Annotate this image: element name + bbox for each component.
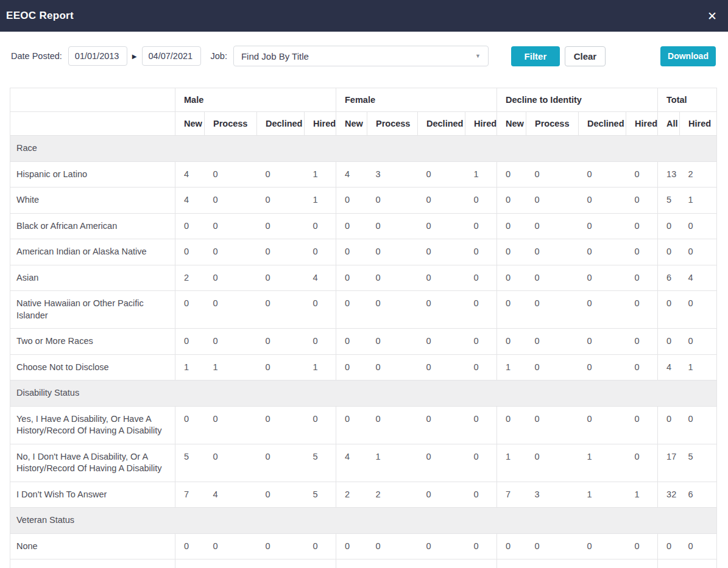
download-button[interactable]: Download (660, 46, 716, 66)
table-row: Two or More Races00000000000000 (10, 329, 717, 355)
cell-value: 5 (680, 444, 717, 482)
cell-value: 0 (497, 213, 526, 239)
cell-value: 0 (526, 559, 579, 568)
row-label: Choose Not to Disclose (10, 354, 175, 380)
cell-value: 1 (465, 161, 497, 188)
cell-value: 0 (205, 239, 257, 265)
cell-value: 0 (626, 354, 658, 380)
cell-value: 17 (658, 444, 680, 482)
job-title-dropdown[interactable]: Find Job By Title ▼ (233, 46, 489, 66)
cell-value: 1 (680, 354, 717, 380)
cell-value: 0 (175, 329, 205, 355)
cell-value: 0 (257, 265, 305, 291)
cell-value: 0 (497, 559, 526, 568)
cell-value: 0 (257, 291, 305, 329)
cell-value: 0 (626, 406, 658, 444)
row-label: White (10, 188, 175, 214)
cell-value: 0 (526, 188, 579, 214)
cell-value: 0 (626, 291, 658, 329)
col-header: Process (205, 112, 257, 136)
cell-value: 1 (579, 444, 626, 482)
cell-value: 1 (305, 354, 336, 380)
row-label: Asian (10, 265, 175, 291)
date-posted-label: Date Posted: (11, 51, 62, 61)
col-header: New (336, 112, 367, 136)
cell-value: 0 (465, 444, 497, 482)
cell-value: 0 (418, 482, 465, 508)
cell-value: 1 (579, 482, 626, 508)
cell-value: 0 (257, 444, 305, 482)
cell-value: 0 (680, 406, 717, 444)
section-header-row: Race (10, 136, 717, 162)
cell-value: 0 (336, 265, 367, 291)
cell-value: 0 (526, 329, 579, 355)
cell-value: 0 (175, 406, 205, 444)
cell-value: 6 (658, 265, 680, 291)
cell-value: 4 (205, 482, 257, 508)
cell-value: 4 (336, 161, 367, 188)
cell-value: 0 (367, 354, 418, 380)
cell-value: 0 (526, 265, 579, 291)
cell-value: 0 (205, 291, 257, 329)
cell-value: 0 (465, 329, 497, 355)
cell-value: 0 (626, 239, 658, 265)
cell-value: 0 (257, 406, 305, 444)
cell-value: 0 (526, 161, 579, 188)
cell-value: 1 (305, 188, 336, 214)
cell-value: 0 (257, 239, 305, 265)
cell-value: 0 (526, 239, 579, 265)
cell-value: 0 (579, 239, 626, 265)
cell-value: 0 (579, 161, 626, 188)
cell-value: 0 (205, 406, 257, 444)
cell-value: 0 (497, 265, 526, 291)
cell-value: 0 (367, 291, 418, 329)
table-row: White40010000000051 (10, 188, 717, 214)
filter-button[interactable]: Filter (511, 46, 560, 66)
col-header: Declined (579, 112, 626, 136)
date-to-input[interactable] (142, 46, 201, 66)
cell-value: 1 (497, 354, 526, 380)
cell-value: 0 (497, 161, 526, 188)
cell-value: 0 (497, 329, 526, 355)
cell-value: 0 (367, 406, 418, 444)
col-header: All (658, 112, 680, 136)
clear-button[interactable]: Clear (565, 46, 606, 66)
cell-value: 6 (680, 482, 717, 508)
cell-value: 1 (680, 559, 717, 568)
table-row: Choose Not to Disclose11010000100041 (10, 354, 717, 380)
cell-value: 1 (205, 354, 257, 380)
cell-value: 0 (336, 533, 367, 559)
table-row: Native Hawaiian or Other Pacific Islande… (10, 291, 717, 329)
cell-value: 0 (336, 188, 367, 214)
cell-value: 0 (336, 213, 367, 239)
cell-value: 2 (336, 482, 367, 508)
cell-value: 32 (658, 482, 680, 508)
cell-value: 0 (367, 329, 418, 355)
empty-corner-cell (10, 112, 175, 136)
cell-value: 0 (205, 161, 257, 188)
cell-value: 0 (626, 213, 658, 239)
cell-value: 0 (257, 161, 305, 188)
cell-value: 2 (367, 482, 418, 508)
cell-value: 0 (367, 533, 418, 559)
cell-value: 0 (418, 161, 465, 188)
cell-value: 0 (367, 213, 418, 239)
cell-value: 3 (526, 482, 579, 508)
cell-value: 0 (497, 533, 526, 559)
table-row: Black or African American00000000000000 (10, 213, 717, 239)
close-icon[interactable]: ✕ (707, 10, 717, 22)
cell-value: 4 (175, 161, 205, 188)
cell-value: 0 (680, 213, 717, 239)
cell-value: 5 (305, 482, 336, 508)
cell-value: 0 (257, 188, 305, 214)
date-from-input[interactable] (68, 46, 127, 66)
cell-value: 0 (336, 291, 367, 329)
cell-value: 0 (305, 533, 336, 559)
cell-value: 0 (257, 329, 305, 355)
cell-value: 1 (680, 188, 717, 214)
cell-value: 0 (680, 329, 717, 355)
cell-value: 1 (305, 161, 336, 188)
cell-value: 0 (497, 239, 526, 265)
row-label: Two or More Races (10, 329, 175, 355)
cell-value: 4 (680, 265, 717, 291)
